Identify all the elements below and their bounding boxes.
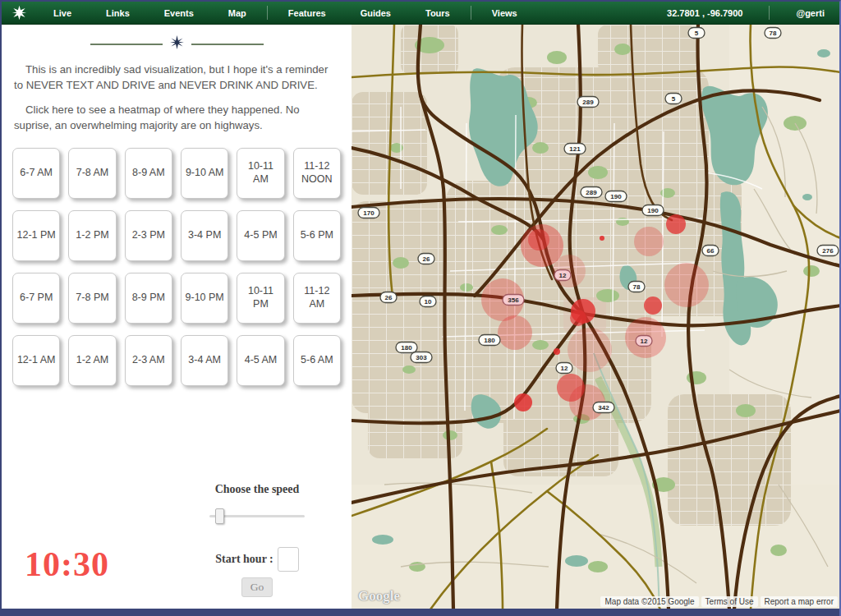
svg-text:356: 356 [508,297,519,304]
time-button-7-8-pm[interactable]: 7-8 PM [68,273,116,324]
crash-heat-circle [634,227,664,256]
route-shield-10: 10 [420,297,436,307]
svg-text:12: 12 [559,272,567,279]
crash-heat-circle [514,393,532,411]
time-button-6-7-pm[interactable]: 6-7 PM [12,273,60,324]
time-button-6-7-am[interactable]: 6-7 AM [12,148,60,199]
route-shield-78: 78 [628,282,645,292]
compass-logo-icon[interactable] [2,5,36,21]
crash-heat-circle [644,297,662,315]
time-button-12-1-pm[interactable]: 12-1 PM [12,210,60,261]
time-button-11-12-am[interactable]: 11-12 AM [293,273,341,324]
svg-text:5: 5 [672,95,676,103]
svg-text:26: 26 [423,255,430,263]
time-button-11-12-noon[interactable]: 11-12 NOON [293,148,341,199]
route-shield-289: 289 [581,187,602,198]
svg-text:26: 26 [385,294,393,301]
map-canvas: 5782895121289190190170662762612782610356… [352,25,839,609]
time-button-4-5-pm[interactable]: 4-5 PM [237,210,284,261]
time-button-10-11-am[interactable]: 10-11 AM [237,148,284,199]
route-shield-12: 12 [636,336,652,347]
start-hour-input[interactable] [278,547,299,572]
svg-text:78: 78 [770,30,777,37]
time-button-5-6-am[interactable]: 5-6 AM [293,335,341,386]
crash-heat-circle [664,263,709,307]
route-shield-5: 5 [665,94,682,104]
time-button-8-9-am[interactable]: 8-9 AM [125,148,172,199]
route-shield-12: 12 [556,363,572,374]
terms-of-use-link[interactable]: Terms of Use [701,596,758,607]
ornament-divider [2,35,352,53]
time-button-9-10-pm[interactable]: 9-10 PM [181,273,228,324]
route-shield-26: 26 [418,254,434,264]
svg-text:342: 342 [598,404,609,411]
speed-slider[interactable] [209,508,305,524]
nav-divider [267,6,268,20]
nav-item-tours[interactable]: Tours [408,8,467,18]
svg-text:289: 289 [586,189,597,196]
nav-item-live[interactable]: Live [36,8,89,18]
svg-text:66: 66 [707,247,715,255]
route-shield-356: 356 [503,295,524,306]
time-button-9-10-am[interactable]: 9-10 AM [181,148,228,199]
time-button-1-2-am[interactable]: 1-2 AM [68,335,116,386]
report-map-error-link[interactable]: Report a map error [761,596,838,607]
svg-text:303: 303 [416,354,427,361]
route-shield-180: 180 [396,342,417,353]
time-button-1-2-pm[interactable]: 1-2 PM [68,210,116,261]
time-button-3-4-pm[interactable]: 3-4 PM [181,210,228,261]
ornament-line [90,44,163,45]
route-shield-276: 276 [817,246,839,256]
nav-item-features[interactable]: Features [271,8,343,18]
crash-heat-circle [498,315,532,350]
svg-text:12: 12 [561,365,568,372]
time-button-5-6-pm[interactable]: 5-6 PM [293,210,341,261]
page: LiveLinksEventsMapFeaturesGuidesToursVie… [0,0,841,616]
time-button-4-5-am[interactable]: 4-5 AM [237,335,284,386]
crash-heat-circle [554,348,560,355]
svg-text:10: 10 [425,298,432,306]
time-button-2-3-pm[interactable]: 2-3 PM [125,210,172,261]
map-attribution: Map data ©2015 Google Terms of Use Repor… [600,596,838,607]
time-button-7-8-am[interactable]: 7-8 AM [68,148,116,199]
speed-label: Choose the speed [187,483,327,496]
heatmap-paragraph: Click here to see a heatmap of where the… [14,102,339,133]
nav-item-guides[interactable]: Guides [343,8,408,18]
route-shield-342: 342 [593,402,614,413]
bottom-border-strip [2,609,839,616]
crash-heat-circle [666,214,686,234]
route-shield-5: 5 [688,28,705,39]
time-button-12-1-am[interactable]: 12-1 AM [12,335,60,386]
time-button-3-4-am[interactable]: 3-4 AM [181,335,228,386]
route-shield-190: 190 [642,205,664,216]
nav-item-events[interactable]: Events [147,8,211,18]
start-hour-row: Start hour : [187,547,327,572]
nav-divider [471,6,471,20]
nav-item-map[interactable]: Map [211,8,264,18]
ornament-line [191,44,264,45]
route-shield-303: 303 [411,352,432,363]
main: This is an incredibly sad visualization,… [2,25,839,609]
time-button-8-9-pm[interactable]: 8-9 PM [125,273,172,324]
svg-text:12: 12 [641,338,648,345]
go-button[interactable]: Go [241,577,273,597]
crash-heat-circle [568,328,612,372]
nav-item-links[interactable]: Links [89,8,147,18]
top-nav: LiveLinksEventsMapFeaturesGuidesToursVie… [2,2,839,25]
time-button-2-3-am[interactable]: 2-3 AM [125,335,172,386]
start-hour-label: Start hour : [215,553,273,566]
svg-text:170: 170 [363,209,375,217]
nav-item-views[interactable]: Views [475,8,535,18]
user-handle[interactable]: @gerti [796,8,825,18]
svg-text:180: 180 [484,337,495,344]
clock-display: 10:30 [25,545,109,584]
map-viewport[interactable]: 5782895121289190190170662762612782610356… [352,25,839,609]
google-logo[interactable]: Google [358,588,400,605]
time-button-10-11-pm[interactable]: 10-11 PM [237,273,284,324]
svg-text:180: 180 [401,344,412,352]
svg-text:276: 276 [822,247,834,255]
intro-paragraph: This is an incredibly sad visualization,… [14,62,339,93]
heatmap-link[interactable]: Click here [25,103,74,116]
map-data-credit: Map data ©2015 Google [600,596,698,607]
route-shield-66: 66 [702,246,719,256]
